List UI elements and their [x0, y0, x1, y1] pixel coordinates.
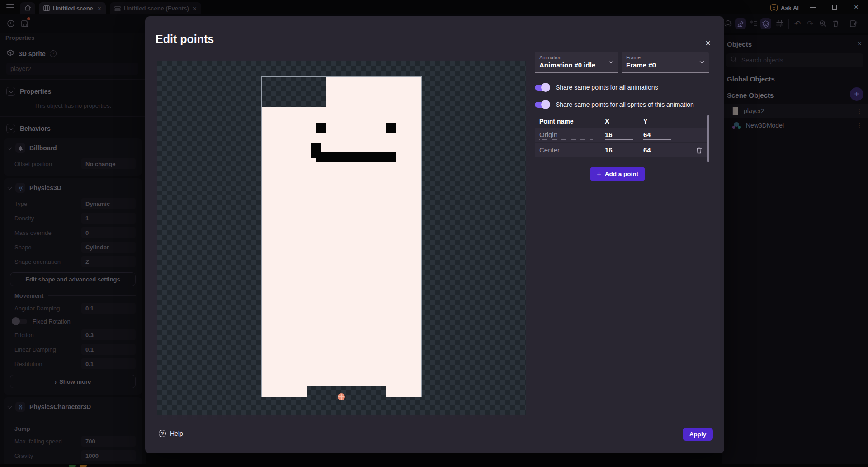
add-point-button[interactable]: +Add a point [590, 167, 645, 181]
apply-button[interactable]: Apply [683, 428, 713, 441]
point-row-origin [535, 128, 709, 142]
add-point-label: Add a point [605, 171, 638, 177]
sprite-pixel-right-eye [386, 123, 396, 133]
help-icon: ? [159, 430, 166, 437]
help-button[interactable]: ? Help [159, 430, 183, 437]
points-table-header: Point name X Y [535, 118, 709, 125]
dropdown-value: Animation #0 idle [539, 61, 613, 69]
edit-points-dialog: Edit points × Animation Animation #0 idl… [145, 16, 724, 453]
dropdown-label: Animation [539, 55, 613, 60]
sprite-transparent-area [262, 77, 326, 107]
toggle-label: Share same points for all sprites of thi… [556, 101, 694, 108]
dropdown-label: Frame [626, 55, 704, 60]
share-animations-toggle-row: Share same points for all animations [535, 82, 658, 92]
sprite-pixel-left-eye [316, 123, 326, 133]
frame-dropdown[interactable]: Frame Frame #0 [622, 52, 709, 73]
column-header: Y [643, 118, 682, 125]
point-x-input[interactable] [605, 145, 633, 155]
sprite-transparent-area [307, 386, 386, 397]
sprite-canvas[interactable] [157, 61, 526, 415]
column-header: Point name [535, 118, 605, 125]
dialog-title: Edit points [156, 33, 214, 46]
point-y-input[interactable] [643, 145, 671, 155]
share-animations-toggle[interactable] [535, 85, 549, 91]
help-label: Help [170, 430, 183, 437]
share-sprites-toggle[interactable] [535, 102, 549, 108]
point-row-center [535, 143, 709, 157]
point-name-input[interactable] [539, 145, 593, 155]
toggle-label: Share same points for all animations [556, 84, 658, 91]
plus-icon: + [597, 170, 601, 179]
point-y-input[interactable] [643, 130, 671, 140]
point-name-input[interactable] [539, 130, 593, 140]
delete-point-icon[interactable] [696, 147, 703, 154]
column-header: X [605, 118, 643, 125]
dropdown-value: Frame #0 [626, 61, 704, 69]
sprite-image[interactable] [262, 77, 421, 397]
sprite-pixel-mouth [316, 152, 396, 162]
point-x-input[interactable] [605, 130, 633, 140]
point-marker[interactable] [338, 393, 345, 400]
dialog-close-icon[interactable]: × [703, 38, 713, 48]
table-scrollbar[interactable] [707, 115, 709, 162]
share-sprites-toggle-row: Share same points for all sprites of thi… [535, 100, 694, 110]
animation-dropdown[interactable]: Animation Animation #0 idle [535, 52, 618, 73]
